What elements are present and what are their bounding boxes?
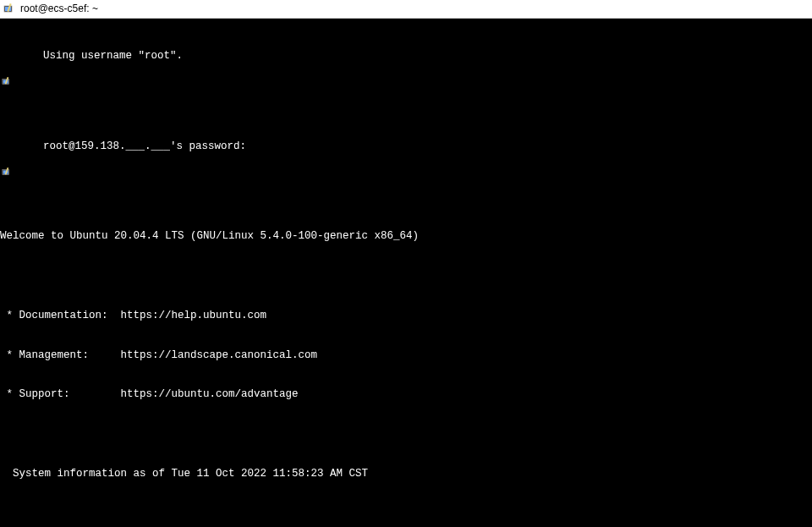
login-password-line: root@159.138.___.___'s password: bbox=[43, 140, 246, 154]
window-title: root@ecs-c5ef: ~ bbox=[20, 3, 98, 16]
motd-welcome: Welcome to Ubuntu 20.04.4 LTS (GNU/Linux… bbox=[0, 230, 812, 244]
sysinfo-header: System information as of Tue 11 Oct 2022… bbox=[0, 468, 812, 481]
blank-line bbox=[0, 428, 812, 442]
blank-line bbox=[0, 508, 812, 521]
window-titlebar[interactable]: root@ecs-c5ef: ~ bbox=[0, 0, 812, 19]
putty-icon bbox=[2, 141, 40, 204]
terminal-viewport[interactable]: Using username "root". root@159.138.___.… bbox=[0, 19, 812, 527]
motd-doc-link: * Documentation: https://help.ubuntu.com bbox=[0, 310, 812, 323]
motd-mgmt-link: * Management: https://landscape.canonica… bbox=[0, 349, 812, 363]
putty-icon bbox=[3, 3, 15, 15]
blank-line bbox=[0, 270, 812, 283]
motd-support-link: * Support: https://ubuntu.com/advantage bbox=[0, 388, 812, 402]
login-username-line: Using username "root". bbox=[43, 50, 183, 63]
putty-icon bbox=[2, 51, 40, 113]
